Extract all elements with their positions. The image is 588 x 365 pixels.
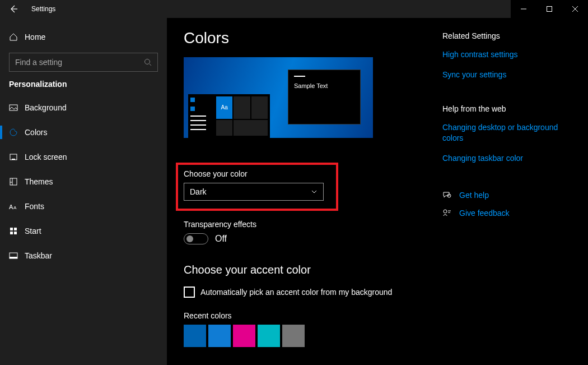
main-column: Colors Sample Text Aa	[184, 29, 431, 354]
sidebar-item-background[interactable]: Background	[0, 95, 167, 120]
accent-heading: Choose your accent color	[184, 264, 431, 276]
fonts-icon: AA	[9, 202, 25, 210]
link-high-contrast[interactable]: High contrast settings	[442, 49, 571, 59]
sidebar-item-label: Colors	[25, 128, 47, 137]
preview-sample-window: Sample Text	[288, 70, 361, 124]
preview-tile-aa: Aa	[216, 96, 232, 119]
highlighted-region: Choose your color Dark	[176, 163, 338, 211]
sidebar-item-label: Background	[25, 103, 67, 112]
color-swatch[interactable]	[208, 325, 231, 347]
picture-icon	[9, 103, 25, 112]
preview-start-menu: Aa	[188, 94, 270, 138]
start-icon	[9, 227, 25, 235]
toggle-knob	[186, 235, 193, 242]
recent-colors-label: Recent colors	[184, 311, 431, 320]
choose-color-value: Dark	[190, 187, 207, 196]
choose-color-label: Choose your color	[184, 169, 330, 178]
svg-text:A: A	[13, 205, 17, 210]
related-settings-heading: Related Settings	[442, 31, 571, 40]
maximize-icon	[547, 6, 552, 12]
sidebar-item-label: Fonts	[25, 202, 44, 211]
sidebar-section: Personalization	[0, 77, 167, 95]
recent-colors	[184, 325, 431, 347]
search-input[interactable]: Find a setting	[9, 53, 158, 72]
content-area: Colors Sample Text Aa	[167, 18, 588, 365]
svg-rect-4	[12, 159, 15, 160]
sidebar-item-themes[interactable]: Themes	[0, 169, 167, 194]
link-sync-settings[interactable]: Sync your settings	[442, 70, 571, 80]
transparency-label: Transparency effects	[184, 220, 431, 229]
transparency-state: Off	[215, 234, 227, 244]
svg-rect-9	[14, 228, 17, 230]
page-title: Colors	[184, 29, 431, 47]
svg-rect-0	[547, 7, 552, 12]
link-changing-desktop[interactable]: Changing desktop or background colors	[442, 122, 571, 142]
minimize-icon	[521, 6, 526, 12]
lockscreen-icon	[9, 153, 25, 161]
auto-pick-label: Automatically pick an accent color from …	[200, 288, 392, 297]
svg-rect-13	[10, 257, 17, 258]
titlebar: Settings	[0, 0, 588, 18]
sidebar-home-label: Home	[25, 33, 45, 41]
right-column: Related Settings High contrast settings …	[442, 29, 571, 354]
color-swatch[interactable]	[258, 325, 280, 347]
palette-icon	[9, 128, 25, 137]
themes-icon	[9, 177, 25, 186]
close-button[interactable]	[562, 0, 588, 18]
svg-rect-11	[14, 232, 17, 234]
sidebar-item-start[interactable]: Start	[0, 219, 167, 243]
sidebar-item-label: Start	[25, 227, 41, 235]
sidebar: Home Find a setting Personalization Back…	[0, 18, 167, 365]
color-swatch[interactable]	[233, 325, 255, 347]
color-swatch[interactable]	[184, 325, 206, 347]
link-get-help[interactable]: Get help	[459, 190, 489, 200]
window-controls	[511, 0, 588, 18]
sidebar-item-label: Lock screen	[25, 153, 67, 161]
chat-icon	[442, 191, 451, 200]
svg-rect-8	[10, 228, 13, 230]
svg-point-15	[444, 210, 447, 213]
choose-color-dropdown[interactable]: Dark	[184, 183, 324, 201]
close-icon	[572, 6, 578, 12]
chevron-down-icon	[311, 188, 318, 195]
svg-rect-5	[10, 178, 17, 185]
svg-rect-10	[10, 232, 13, 234]
transparency-toggle[interactable]	[184, 233, 208, 244]
taskbar-icon	[9, 251, 25, 260]
minimize-button[interactable]	[511, 0, 536, 18]
sidebar-item-label: Themes	[25, 177, 53, 186]
search-placeholder: Find a setting	[15, 58, 62, 67]
settings-window: Settings Home Find a setting Personaliza…	[0, 0, 588, 365]
color-swatch[interactable]	[282, 325, 305, 347]
sidebar-home[interactable]: Home	[0, 25, 167, 49]
sidebar-item-lockscreen[interactable]: Lock screen	[0, 145, 167, 169]
preview-taskbar	[184, 138, 373, 147]
svg-rect-2	[10, 105, 17, 110]
color-preview: Sample Text Aa	[184, 57, 373, 147]
svg-point-1	[145, 59, 150, 64]
help-heading: Help from the web	[442, 104, 571, 113]
back-button[interactable]	[0, 0, 27, 18]
sidebar-item-colors[interactable]: Colors	[0, 120, 167, 145]
preview-accent-bar	[294, 76, 305, 77]
auto-pick-checkbox[interactable]	[184, 287, 195, 298]
window-title: Settings	[31, 5, 55, 13]
maximize-button[interactable]	[536, 0, 562, 18]
sidebar-item-fonts[interactable]: AA Fonts	[0, 194, 167, 219]
arrow-left-icon	[9, 4, 18, 13]
preview-sample-text: Sample Text	[294, 82, 328, 89]
svg-text:A: A	[9, 204, 13, 210]
link-changing-taskbar[interactable]: Changing taskbar color	[442, 153, 571, 163]
feedback-icon	[442, 209, 451, 218]
sidebar-item-label: Taskbar	[25, 251, 52, 260]
sidebar-item-taskbar[interactable]: Taskbar	[0, 243, 167, 268]
home-icon	[9, 33, 25, 41]
search-icon	[144, 58, 152, 66]
link-give-feedback[interactable]: Give feedback	[459, 208, 510, 218]
